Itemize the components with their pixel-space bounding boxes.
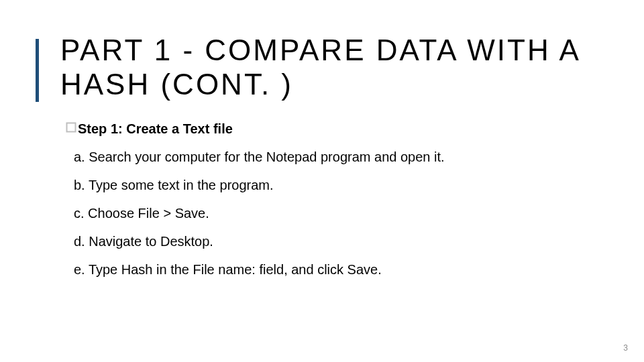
step-line: Step 1: Create a Text file	[66, 121, 589, 137]
hollow-square-icon	[66, 122, 76, 133]
list-item: a. Search your computer for the Notepad …	[74, 149, 589, 165]
step-label: Step 1: Create a Text file	[78, 121, 233, 137]
list-item: d. Navigate to Desktop.	[74, 233, 589, 249]
list-item: b. Type some text in the program.	[74, 177, 589, 193]
page-title: PART 1 - COMPARE DATA WITH A HASH (CONT.…	[60, 34, 644, 101]
svg-rect-0	[67, 123, 76, 132]
list-item: c. Choose File > Save.	[74, 205, 589, 221]
list-item: e. Type Hash in the File name: field, an…	[74, 261, 589, 278]
content-area: Step 1: Create a Text file a. Search you…	[66, 121, 589, 290]
title-accent-bar	[36, 39, 39, 102]
page-number: 3	[623, 343, 628, 353]
